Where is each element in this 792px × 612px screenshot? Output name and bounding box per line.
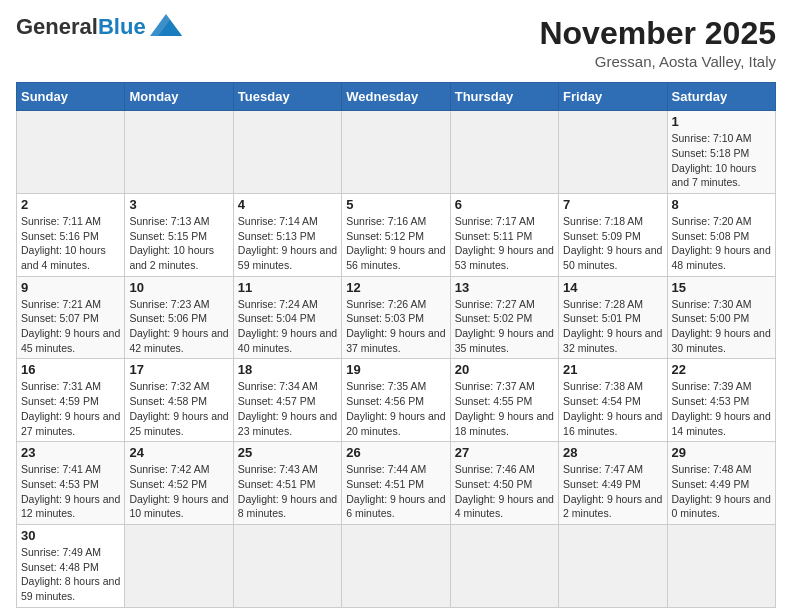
calendar-cell: 15Sunrise: 7:30 AM Sunset: 5:00 PM Dayli… [667, 276, 775, 359]
calendar-cell: 9Sunrise: 7:21 AM Sunset: 5:07 PM Daylig… [17, 276, 125, 359]
day-number: 29 [672, 445, 771, 460]
column-header-tuesday: Tuesday [233, 83, 341, 111]
day-number: 7 [563, 197, 662, 212]
calendar-table: SundayMondayTuesdayWednesdayThursdayFrid… [16, 82, 776, 608]
calendar-cell: 4Sunrise: 7:14 AM Sunset: 5:13 PM Daylig… [233, 193, 341, 276]
day-info: Sunrise: 7:32 AM Sunset: 4:58 PM Dayligh… [129, 379, 228, 438]
calendar-cell: 10Sunrise: 7:23 AM Sunset: 5:06 PM Dayli… [125, 276, 233, 359]
calendar-cell [233, 111, 341, 194]
month-title: November 2025 [539, 16, 776, 51]
day-number: 26 [346, 445, 445, 460]
day-number: 10 [129, 280, 228, 295]
day-number: 5 [346, 197, 445, 212]
day-info: Sunrise: 7:28 AM Sunset: 5:01 PM Dayligh… [563, 297, 662, 356]
column-header-wednesday: Wednesday [342, 83, 450, 111]
day-number: 11 [238, 280, 337, 295]
day-info: Sunrise: 7:37 AM Sunset: 4:55 PM Dayligh… [455, 379, 554, 438]
calendar-cell: 25Sunrise: 7:43 AM Sunset: 4:51 PM Dayli… [233, 442, 341, 525]
day-info: Sunrise: 7:10 AM Sunset: 5:18 PM Dayligh… [672, 131, 771, 190]
day-info: Sunrise: 7:41 AM Sunset: 4:53 PM Dayligh… [21, 462, 120, 521]
calendar-header-row: SundayMondayTuesdayWednesdayThursdayFrid… [17, 83, 776, 111]
calendar-cell: 28Sunrise: 7:47 AM Sunset: 4:49 PM Dayli… [559, 442, 667, 525]
column-header-thursday: Thursday [450, 83, 558, 111]
day-number: 12 [346, 280, 445, 295]
day-info: Sunrise: 7:24 AM Sunset: 5:04 PM Dayligh… [238, 297, 337, 356]
day-info: Sunrise: 7:49 AM Sunset: 4:48 PM Dayligh… [21, 545, 120, 604]
calendar-cell [233, 524, 341, 607]
calendar-cell: 22Sunrise: 7:39 AM Sunset: 4:53 PM Dayli… [667, 359, 775, 442]
calendar-cell: 26Sunrise: 7:44 AM Sunset: 4:51 PM Dayli… [342, 442, 450, 525]
day-number: 13 [455, 280, 554, 295]
day-info: Sunrise: 7:43 AM Sunset: 4:51 PM Dayligh… [238, 462, 337, 521]
day-number: 6 [455, 197, 554, 212]
day-number: 25 [238, 445, 337, 460]
calendar-week-row: 9Sunrise: 7:21 AM Sunset: 5:07 PM Daylig… [17, 276, 776, 359]
calendar-cell: 30Sunrise: 7:49 AM Sunset: 4:48 PM Dayli… [17, 524, 125, 607]
day-info: Sunrise: 7:46 AM Sunset: 4:50 PM Dayligh… [455, 462, 554, 521]
calendar-cell: 14Sunrise: 7:28 AM Sunset: 5:01 PM Dayli… [559, 276, 667, 359]
calendar-cell: 8Sunrise: 7:20 AM Sunset: 5:08 PM Daylig… [667, 193, 775, 276]
location: Gressan, Aosta Valley, Italy [539, 53, 776, 70]
day-info: Sunrise: 7:23 AM Sunset: 5:06 PM Dayligh… [129, 297, 228, 356]
day-info: Sunrise: 7:42 AM Sunset: 4:52 PM Dayligh… [129, 462, 228, 521]
day-info: Sunrise: 7:47 AM Sunset: 4:49 PM Dayligh… [563, 462, 662, 521]
calendar-cell: 3Sunrise: 7:13 AM Sunset: 5:15 PM Daylig… [125, 193, 233, 276]
day-number: 24 [129, 445, 228, 460]
day-number: 8 [672, 197, 771, 212]
day-number: 17 [129, 362, 228, 377]
calendar-cell: 19Sunrise: 7:35 AM Sunset: 4:56 PM Dayli… [342, 359, 450, 442]
logo-general: General [16, 14, 98, 39]
day-number: 3 [129, 197, 228, 212]
logo-icon [150, 14, 182, 36]
calendar-cell: 24Sunrise: 7:42 AM Sunset: 4:52 PM Dayli… [125, 442, 233, 525]
calendar-week-row: 1Sunrise: 7:10 AM Sunset: 5:18 PM Daylig… [17, 111, 776, 194]
day-info: Sunrise: 7:26 AM Sunset: 5:03 PM Dayligh… [346, 297, 445, 356]
logo-text: GeneralBlue [16, 16, 146, 38]
day-info: Sunrise: 7:18 AM Sunset: 5:09 PM Dayligh… [563, 214, 662, 273]
calendar-cell [125, 111, 233, 194]
calendar-cell [559, 524, 667, 607]
calendar-cell: 17Sunrise: 7:32 AM Sunset: 4:58 PM Dayli… [125, 359, 233, 442]
day-info: Sunrise: 7:16 AM Sunset: 5:12 PM Dayligh… [346, 214, 445, 273]
title-block: November 2025 Gressan, Aosta Valley, Ita… [539, 16, 776, 70]
day-info: Sunrise: 7:39 AM Sunset: 4:53 PM Dayligh… [672, 379, 771, 438]
day-number: 15 [672, 280, 771, 295]
day-number: 22 [672, 362, 771, 377]
calendar-cell: 12Sunrise: 7:26 AM Sunset: 5:03 PM Dayli… [342, 276, 450, 359]
calendar-week-row: 2Sunrise: 7:11 AM Sunset: 5:16 PM Daylig… [17, 193, 776, 276]
calendar-week-row: 16Sunrise: 7:31 AM Sunset: 4:59 PM Dayli… [17, 359, 776, 442]
calendar-cell: 13Sunrise: 7:27 AM Sunset: 5:02 PM Dayli… [450, 276, 558, 359]
calendar-cell [667, 524, 775, 607]
calendar-cell: 7Sunrise: 7:18 AM Sunset: 5:09 PM Daylig… [559, 193, 667, 276]
day-number: 30 [21, 528, 120, 543]
day-number: 18 [238, 362, 337, 377]
day-info: Sunrise: 7:35 AM Sunset: 4:56 PM Dayligh… [346, 379, 445, 438]
day-number: 1 [672, 114, 771, 129]
day-number: 27 [455, 445, 554, 460]
day-info: Sunrise: 7:21 AM Sunset: 5:07 PM Dayligh… [21, 297, 120, 356]
day-info: Sunrise: 7:11 AM Sunset: 5:16 PM Dayligh… [21, 214, 120, 273]
page-header: GeneralBlue November 2025 Gressan, Aosta… [16, 16, 776, 70]
day-number: 21 [563, 362, 662, 377]
day-info: Sunrise: 7:38 AM Sunset: 4:54 PM Dayligh… [563, 379, 662, 438]
calendar-cell [17, 111, 125, 194]
day-info: Sunrise: 7:31 AM Sunset: 4:59 PM Dayligh… [21, 379, 120, 438]
day-number: 4 [238, 197, 337, 212]
day-info: Sunrise: 7:27 AM Sunset: 5:02 PM Dayligh… [455, 297, 554, 356]
column-header-saturday: Saturday [667, 83, 775, 111]
calendar-cell [450, 111, 558, 194]
day-info: Sunrise: 7:30 AM Sunset: 5:00 PM Dayligh… [672, 297, 771, 356]
day-number: 2 [21, 197, 120, 212]
day-number: 23 [21, 445, 120, 460]
calendar-cell: 27Sunrise: 7:46 AM Sunset: 4:50 PM Dayli… [450, 442, 558, 525]
calendar-cell: 16Sunrise: 7:31 AM Sunset: 4:59 PM Dayli… [17, 359, 125, 442]
column-header-monday: Monday [125, 83, 233, 111]
calendar-cell: 5Sunrise: 7:16 AM Sunset: 5:12 PM Daylig… [342, 193, 450, 276]
calendar-cell: 2Sunrise: 7:11 AM Sunset: 5:16 PM Daylig… [17, 193, 125, 276]
calendar-cell [559, 111, 667, 194]
calendar-cell [342, 111, 450, 194]
calendar-cell: 18Sunrise: 7:34 AM Sunset: 4:57 PM Dayli… [233, 359, 341, 442]
calendar-cell [450, 524, 558, 607]
calendar-cell: 11Sunrise: 7:24 AM Sunset: 5:04 PM Dayli… [233, 276, 341, 359]
calendar-cell [342, 524, 450, 607]
